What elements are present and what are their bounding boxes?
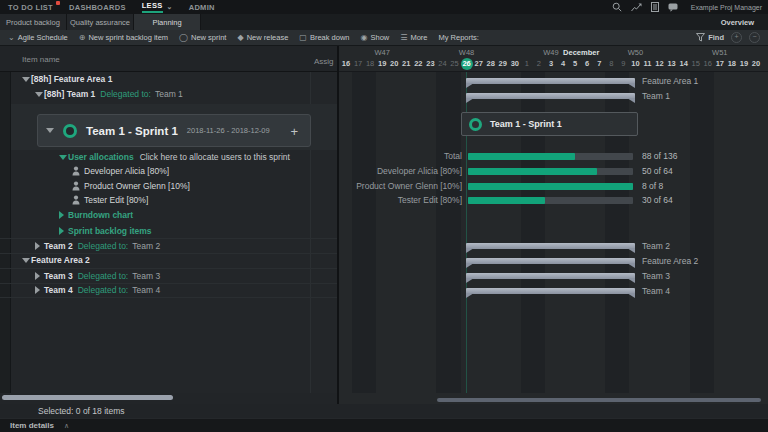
timeline-day[interactable]: 2 <box>533 58 545 70</box>
timeline-day[interactable]: 12 <box>654 58 666 70</box>
timeline-day[interactable]: 1 <box>521 58 533 70</box>
item-details-bar[interactable]: Item details ∧ <box>0 418 768 432</box>
tree-row-tester-edit-80[interactable]: Tester Edit [80%] <box>0 193 337 207</box>
gantt-summary-bar-team-3[interactable] <box>466 273 635 279</box>
timeline-day[interactable]: 27 <box>473 58 485 70</box>
timeline-day[interactable]: 15 <box>690 58 702 70</box>
allocation-bar-total[interactable] <box>468 153 633 160</box>
menu-item-to-do-list[interactable]: TO DO LIST <box>8 3 53 12</box>
tree-hscrollbar-thumb[interactable] <box>2 395 173 400</box>
tree-row-team-4[interactable]: Team 4Delegated to:Team 4 <box>0 283 337 297</box>
tab-quality-assurance[interactable]: Quality assurance <box>67 14 134 30</box>
timeline-day[interactable]: 28 <box>485 58 497 70</box>
timeline-day[interactable]: 19 <box>376 58 388 70</box>
menu-item-admin[interactable]: ADMIN <box>189 3 215 12</box>
document-icon[interactable] <box>651 2 659 12</box>
timeline-day[interactable]: 20 <box>750 58 762 70</box>
timeline-day[interactable]: 9 <box>617 58 629 70</box>
tree-row-user-allocations[interactable]: User allocationsClick here to allocate u… <box>0 150 337 164</box>
timeline-day[interactable]: 20 <box>388 58 400 70</box>
tab-overview[interactable]: Overview <box>721 14 754 30</box>
timeline-day[interactable]: 13 <box>666 58 678 70</box>
timeline-day[interactable]: 10 <box>629 58 641 70</box>
timeline-day[interactable]: 7 <box>593 58 605 70</box>
toolbar-more[interactable]: ☰More <box>400 33 427 42</box>
collapse-arrow-icon[interactable] <box>59 155 67 160</box>
tree-row-feature-area-2[interactable]: Feature Area 2 <box>0 253 337 267</box>
tab-product-backlog[interactable]: Product backlog <box>0 14 67 30</box>
timeline-day[interactable]: 29 <box>497 58 509 70</box>
tree-row-burndown-chart[interactable]: Burndown chart <box>0 208 337 222</box>
timeline-day[interactable]: 25 <box>449 58 461 70</box>
timeline-day[interactable]: 19 <box>738 58 750 70</box>
timeline-day[interactable]: 6 <box>581 58 593 70</box>
timeline-day-today[interactable]: 26 <box>461 58 473 70</box>
gantt-hscrollbar-thumb[interactable] <box>437 398 761 402</box>
timeline-day[interactable]: 18 <box>364 58 376 70</box>
timeline-day[interactable]: 11 <box>641 58 653 70</box>
toolbar-my-reports[interactable]: My Reports: <box>439 33 479 42</box>
timeline-day[interactable]: 14 <box>678 58 690 70</box>
tree-row-88h-feature-area-1[interactable]: [88h] Feature Area 1 <box>0 72 337 86</box>
timeline-day[interactable]: 17 <box>714 58 726 70</box>
menu-item-less[interactable]: LESS⌄ <box>142 1 173 13</box>
expand-arrow-icon[interactable] <box>35 286 40 294</box>
gantt-sprint-box[interactable]: Team 1 - Sprint 1 <box>461 112 638 136</box>
sprint-card[interactable]: Team 1 - Sprint 1 2018-11-26 - 2018-12-0… <box>37 114 311 147</box>
add-sprint-item-button[interactable]: + <box>290 123 298 138</box>
tab-planning[interactable]: Planning <box>134 14 201 30</box>
timeline-day[interactable]: 21 <box>400 58 412 70</box>
collapse-arrow-icon[interactable] <box>22 258 30 263</box>
gantt-summary-bar-feature-area-1[interactable] <box>466 78 635 84</box>
timeline-day[interactable]: 3 <box>545 58 557 70</box>
search-icon[interactable] <box>612 2 622 12</box>
allocation-bar-developer-alicia-80[interactable] <box>468 168 633 175</box>
collapse-arrow-icon[interactable] <box>22 77 30 82</box>
panel-divider[interactable] <box>337 46 339 404</box>
collapse-arrow-icon[interactable] <box>35 92 43 97</box>
timeline-day[interactable]: 8 <box>605 58 617 70</box>
tree-row-product-owner-glenn-10[interactable]: Product Owner Glenn [10%] <box>0 179 337 193</box>
gantt-summary-bar-team-4[interactable] <box>466 288 635 294</box>
timeline-day[interactable]: 5 <box>569 58 581 70</box>
toolbar-show[interactable]: ◉Show <box>360 33 389 42</box>
gantt-summary-bar-feature-area-2[interactable] <box>466 258 635 264</box>
column-assigned[interactable]: Assig <box>314 57 334 66</box>
timeline-day[interactable]: 24 <box>436 58 448 70</box>
chat-icon[interactable] <box>668 3 678 12</box>
tree-row-team-3[interactable]: Team 3Delegated to:Team 3 <box>0 269 337 283</box>
tree-hscrollbar[interactable] <box>0 393 337 404</box>
timeline-day[interactable]: 18 <box>726 58 738 70</box>
allocation-bar-tester-edit-80[interactable] <box>468 197 633 204</box>
timeline-day[interactable]: 17 <box>352 58 364 70</box>
tree-row-sprint-backlog-items[interactable]: Sprint backlog items <box>0 224 337 238</box>
toolbar-new-release[interactable]: ◆New release <box>237 33 288 42</box>
tree-row-developer-alicia-80[interactable]: Developer Alicia [80%] <box>0 164 337 178</box>
timeline-day[interactable]: 16 <box>702 58 714 70</box>
gantt-summary-bar-team-1[interactable] <box>466 93 635 99</box>
expand-arrow-icon[interactable] <box>59 211 64 219</box>
toolbar-agile-schedule[interactable]: ⌄Agile Schedule <box>8 33 68 42</box>
find-button[interactable]: Find <box>696 33 724 42</box>
analytics-icon[interactable] <box>631 3 642 12</box>
timeline-day[interactable]: 23 <box>424 58 436 70</box>
expand-arrow-icon[interactable] <box>35 242 40 250</box>
timeline-day[interactable]: 22 <box>412 58 424 70</box>
toolbar-new-sprint-backlog-item[interactable]: ⊕New sprint backlog item <box>79 33 168 42</box>
timeline-day[interactable]: 30 <box>509 58 521 70</box>
timeline-day[interactable]: 16 <box>340 58 352 70</box>
column-item-name[interactable]: Item name <box>22 55 60 64</box>
menu-item-dashboards[interactable]: DASHBOARDS <box>69 3 126 12</box>
expand-arrow-icon[interactable] <box>59 227 64 235</box>
collapse-arrow-icon[interactable] <box>46 128 54 133</box>
toolbar-break-down[interactable]: ▢Break down <box>299 33 349 42</box>
chevron-up-icon[interactable]: ∧ <box>64 422 69 430</box>
gantt-summary-bar-team-2[interactable] <box>466 243 635 249</box>
zoom-out-button[interactable]: − <box>749 32 760 43</box>
timeline-day[interactable]: 4 <box>557 58 569 70</box>
zoom-in-button[interactable]: + <box>731 32 742 43</box>
tree-row-88h-team-1[interactable]: [88h] Team 1Delegated to:Team 1 <box>0 87 337 101</box>
expand-arrow-icon[interactable] <box>35 272 40 280</box>
allocation-bar-product-owner-glenn-10[interactable] <box>468 183 633 190</box>
tree-row-team-2[interactable]: Team 2Delegated to:Team 2 <box>0 239 337 253</box>
